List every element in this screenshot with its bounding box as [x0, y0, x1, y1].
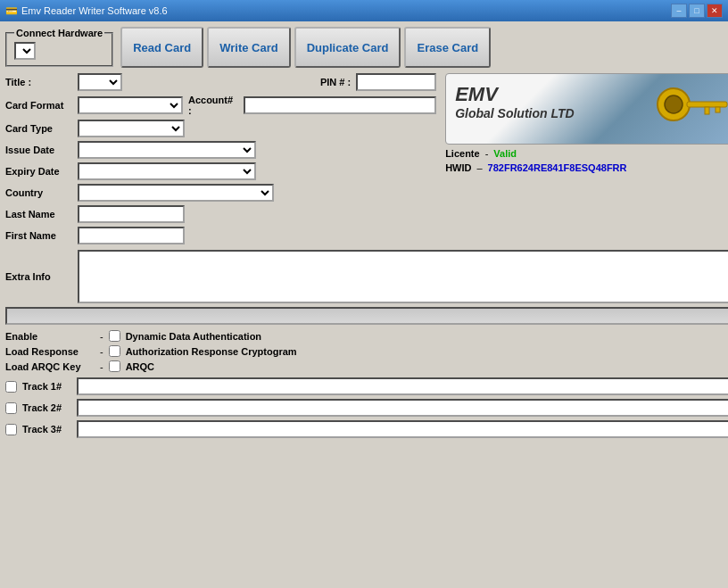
extra-info-label: Extra Info [5, 271, 72, 282]
duplicate-card-button[interactable]: Duplicate Card [294, 27, 401, 68]
title-bar-controls: – □ ✕ [671, 4, 723, 18]
title-bar: 💳 Emv Reader Writer Software v8.6 – □ ✕ [0, 0, 728, 21]
maximize-button[interactable]: □ [689, 4, 705, 18]
load-arqc-label: Load ARQC Key [5, 361, 95, 372]
pin-input[interactable] [356, 73, 436, 91]
emv-banner: EMV Global Solution LTD [445, 73, 728, 145]
app-title: Emv Reader Writer Software v8.6 [21, 5, 168, 16]
upper-right: EMV Global Solution LTD [445, 73, 728, 244]
arqc-checkbox[interactable] [109, 360, 120, 372]
load-arqc-dash: - [100, 361, 103, 372]
enable-dash: - [100, 331, 103, 342]
connect-hardware-select[interactable] [14, 42, 36, 60]
track2-input[interactable] [77, 399, 728, 417]
track3-checkbox[interactable] [5, 424, 17, 435]
expiry-date-label: Expiry Date [5, 166, 72, 177]
enable-row: Enable - Dynamic Data Authentication [5, 330, 728, 342]
emv-title: EMV [455, 83, 575, 106]
load-response-label: Load Response [5, 346, 95, 357]
extra-info-section: Extra Info [5, 250, 728, 325]
emv-text: EMV Global Solution LTD [455, 83, 575, 120]
track3-input[interactable] [77, 420, 728, 438]
title-label: Title : [5, 77, 72, 87]
license-label: Licente [445, 148, 480, 159]
track3-row: Track 3# [5, 420, 728, 438]
write-card-button[interactable]: Write Card [207, 27, 291, 68]
track1-checkbox[interactable] [5, 381, 17, 393]
svg-rect-3 [705, 107, 709, 114]
read-card-button[interactable]: Read Card [120, 27, 203, 68]
first-name-label: First Name [5, 230, 72, 241]
svg-point-1 [665, 95, 682, 113]
license-dash: - [485, 148, 489, 159]
track3-label: Track 3# [22, 424, 71, 435]
card-type-select[interactable] [78, 120, 185, 137]
issue-date-row: Issue Date [5, 141, 436, 159]
load-response-dash: - [100, 346, 103, 357]
title-pin-row: Title : Mr Mrs Ms PIN # : [5, 73, 436, 91]
load-arqc-row: Load ARQC Key - ARQC [5, 360, 728, 372]
arqc-text: ARQC [126, 361, 154, 372]
dda-text: Dynamic Data Authentication [126, 331, 261, 342]
card-format-row: Card Format Account# : [5, 95, 436, 116]
expiry-date-row: Expiry Date [5, 162, 436, 180]
track2-checkbox[interactable] [5, 402, 17, 414]
account-input[interactable] [244, 96, 436, 114]
track1-row: Track 1# [5, 377, 728, 395]
hwid-row: HWID – 782FR624RE841F8ESQ48FRR [445, 162, 728, 173]
hwid-label: HWID [445, 162, 471, 173]
license-status: Valid [493, 148, 517, 159]
connect-hardware-legend: Connect Hardware [14, 28, 104, 38]
issue-date-select[interactable] [78, 141, 256, 159]
extra-info-textarea[interactable] [78, 250, 728, 303]
connect-row: Connect Hardware Read Card Write Card Du… [5, 27, 728, 68]
main-window: Connect Hardware Read Card Write Card Du… [0, 21, 728, 588]
last-name-row: Last Name [5, 205, 436, 223]
left-panel: Connect Hardware Read Card Write Card Du… [5, 27, 728, 583]
track1-input[interactable] [77, 377, 728, 395]
hwid-dash: – [476, 162, 482, 173]
key-icon [651, 74, 728, 144]
track2-label: Track 2# [22, 402, 71, 413]
last-name-label: Last Name [5, 209, 72, 219]
action-buttons: Read Card Write Card Duplicate Card Eras… [120, 27, 491, 68]
svg-rect-2 [687, 102, 727, 107]
load-response-row: Load Response - Authorization Response C… [5, 345, 728, 357]
erase-card-button[interactable]: Erase Card [404, 27, 491, 68]
card-format-label: Card Format [5, 100, 72, 111]
track2-row: Track 2# [5, 399, 728, 417]
arc-checkbox[interactable] [109, 345, 120, 357]
card-type-row: Card Type [5, 120, 436, 137]
minimize-button[interactable]: – [671, 4, 687, 18]
title-bar-left: 💳 Emv Reader Writer Software v8.6 [5, 5, 168, 17]
card-type-label: Card Type [5, 123, 72, 134]
upper-form: Title : Mr Mrs Ms PIN # : Card Format [5, 73, 728, 244]
account-label: Account# : [188, 95, 238, 116]
hwid-value: 782FR624RE841F8ESQ48FRR [488, 162, 627, 173]
last-name-input[interactable] [78, 205, 185, 223]
enable-label: Enable [5, 331, 95, 342]
track1-label: Track 1# [22, 381, 71, 392]
upper-left: Title : Mr Mrs Ms PIN # : Card Format [5, 73, 436, 244]
first-name-row: First Name [5, 227, 436, 244]
first-name-input[interactable] [78, 227, 185, 244]
country-label: Country [5, 187, 72, 198]
connect-hardware-group: Connect Hardware [5, 28, 113, 67]
dda-checkbox[interactable] [109, 330, 120, 342]
checkbox-section: Enable - Dynamic Data Authentication Loa… [5, 330, 728, 372]
license-row: Licente - Valid [445, 148, 728, 159]
card-format-select[interactable] [78, 96, 183, 114]
country-row: Country [5, 184, 436, 202]
svg-rect-4 [716, 107, 720, 112]
emv-subtitle: Global Solution LTD [455, 106, 575, 120]
issue-date-label: Issue Date [5, 145, 72, 155]
progress-bar [5, 307, 728, 325]
country-select[interactable] [78, 184, 274, 202]
expiry-date-select[interactable] [78, 162, 256, 180]
arc-text: Authorization Response Cryptogram [126, 346, 297, 357]
pin-label: PIN # : [320, 77, 351, 87]
title-select[interactable]: Mr Mrs Ms [78, 73, 122, 91]
extra-info-row: Extra Info [5, 250, 728, 303]
close-button[interactable]: ✕ [707, 4, 723, 18]
app-icon: 💳 [5, 5, 18, 17]
